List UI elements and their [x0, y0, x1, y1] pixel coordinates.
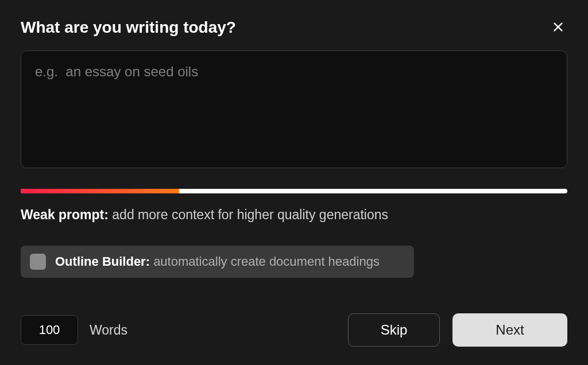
- modal-title: What are you writing today?: [21, 18, 236, 37]
- modal-footer: Words Skip Next: [21, 313, 567, 347]
- skip-button[interactable]: Skip: [348, 313, 440, 347]
- outline-description: automatically create document headings: [153, 254, 380, 269]
- words-label: Words: [90, 323, 127, 338]
- outline-builder-row[interactable]: Outline Builder: automatically create do…: [21, 246, 414, 278]
- prompt-strength-fill: [21, 189, 179, 193]
- prompt-strength-bar: [21, 189, 567, 193]
- outline-text: Outline Builder: automatically create do…: [55, 254, 380, 269]
- outline-checkbox[interactable]: [30, 254, 46, 270]
- writing-prompt-modal: What are you writing today? Weak prompt:…: [0, 0, 588, 365]
- strength-hint: add more context for higher quality gene…: [112, 207, 388, 222]
- prompt-strength-text: Weak prompt: add more context for higher…: [21, 207, 567, 223]
- outline-label: Outline Builder:: [55, 254, 150, 269]
- words-input[interactable]: [21, 315, 78, 345]
- modal-header: What are you writing today?: [21, 18, 567, 37]
- close-button[interactable]: [549, 18, 567, 37]
- next-button[interactable]: Next: [452, 313, 567, 347]
- prompt-textarea[interactable]: [21, 51, 567, 168]
- action-buttons: Skip Next: [348, 313, 567, 347]
- close-icon: [552, 21, 564, 35]
- words-group: Words: [21, 315, 127, 345]
- strength-label: Weak prompt:: [21, 207, 109, 222]
